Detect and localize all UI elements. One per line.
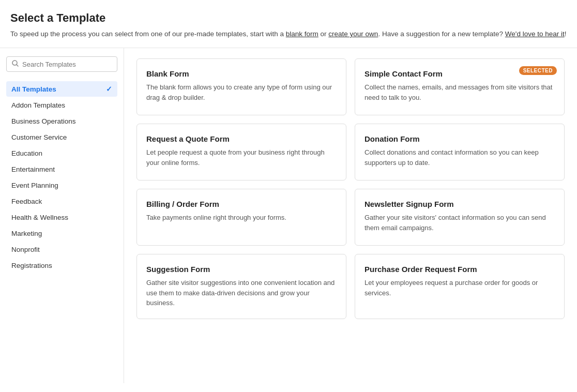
svg-point-0 bbox=[12, 61, 17, 65]
template-card-title: Suggestion Form bbox=[146, 265, 337, 274]
template-card-desc: Let people request a quote from your bus… bbox=[146, 147, 337, 168]
template-card-desc: Take payments online right through your … bbox=[146, 213, 337, 223]
template-card-title: Request a Quote Form bbox=[146, 134, 337, 143]
sidebar-item-label: Marketing bbox=[11, 230, 42, 237]
sidebar-item-label: Customer Service bbox=[11, 133, 67, 141]
sidebar-item-nonprofit[interactable]: Nonprofit bbox=[6, 242, 117, 257]
sidebar-item-business-operations[interactable]: Business Operations bbox=[6, 114, 117, 129]
template-card-billing-order-form[interactable]: Billing / Order FormTake payments online… bbox=[136, 189, 346, 246]
sidebar: All Templates✓Addon TemplatesBusiness Op… bbox=[0, 48, 124, 383]
page-subtitle: To speed up the process you can select f… bbox=[10, 29, 567, 39]
sidebar-item-label: Nonprofit bbox=[11, 246, 40, 253]
sidebar-item-label: Feedback bbox=[11, 198, 42, 205]
main-layout: All Templates✓Addon TemplatesBusiness Op… bbox=[0, 48, 577, 383]
template-card-request-quote-form[interactable]: Request a Quote FormLet people request a… bbox=[136, 124, 346, 180]
sidebar-item-education[interactable]: Education bbox=[6, 146, 117, 161]
sidebar-item-registrations[interactable]: Registrations bbox=[6, 258, 117, 273]
template-card-suggestion-form[interactable]: Suggestion FormGather site visitor sugge… bbox=[136, 254, 346, 319]
sidebar-item-all-templates[interactable]: All Templates✓ bbox=[6, 81, 117, 97]
sidebar-item-label: Registrations bbox=[11, 262, 52, 269]
template-card-desc: Let your employees request a purchase or… bbox=[365, 278, 555, 298]
create-your-own-link[interactable]: create your own bbox=[328, 30, 378, 38]
sidebar-item-event-planning[interactable]: Event Planning bbox=[6, 178, 117, 193]
sidebar-item-entertainment[interactable]: Entertainment bbox=[6, 162, 117, 177]
sidebar-item-label: Addon Templates bbox=[11, 101, 65, 109]
subtitle-text-end: . Have a suggestion for a new template? bbox=[378, 30, 505, 38]
sidebar-item-label: All Templates bbox=[11, 85, 56, 93]
templates-grid: Blank FormThe blank form allows you to c… bbox=[136, 58, 565, 319]
template-card-newsletter-signup-form[interactable]: Newsletter Signup FormGather your site v… bbox=[355, 189, 565, 246]
template-card-donation-form[interactable]: Donation FormCollect donations and conta… bbox=[355, 124, 565, 180]
template-card-title: Billing / Order Form bbox=[146, 200, 337, 208]
template-card-purchase-order-request[interactable]: Purchase Order Request FormLet your empl… bbox=[355, 254, 565, 319]
sidebar-item-label: Business Operations bbox=[11, 117, 76, 125]
sidebar-item-label: Health & Wellness bbox=[11, 214, 68, 221]
svg-line-1 bbox=[17, 65, 18, 66]
selected-badge: SELECTED bbox=[519, 66, 557, 75]
template-card-title: Blank Form bbox=[146, 69, 337, 78]
template-card-desc: Gather site visitor suggestions into one… bbox=[146, 278, 337, 308]
check-icon: ✓ bbox=[106, 85, 112, 93]
page-title: Select a Template bbox=[10, 11, 567, 25]
template-card-blank-form[interactable]: Blank FormThe blank form allows you to c… bbox=[136, 58, 346, 115]
search-icon bbox=[12, 60, 19, 68]
blank-form-link[interactable]: blank form bbox=[286, 30, 318, 38]
sidebar-item-addon-templates[interactable]: Addon Templates bbox=[6, 98, 117, 113]
sidebar-item-label: Event Planning bbox=[11, 182, 58, 189]
template-card-desc: Gather your site visitors' contact infor… bbox=[365, 213, 555, 233]
search-input[interactable] bbox=[22, 61, 112, 68]
search-box[interactable] bbox=[6, 56, 117, 72]
template-card-desc: Collect the names, emails, and messages … bbox=[365, 82, 555, 102]
subtitle-text-mid: or bbox=[318, 30, 329, 38]
content-area: Blank FormThe blank form allows you to c… bbox=[124, 48, 577, 383]
sidebar-item-feedback[interactable]: Feedback bbox=[6, 194, 117, 209]
subtitle-final: ! bbox=[565, 30, 567, 38]
template-card-title: Purchase Order Request Form bbox=[365, 265, 555, 274]
page-header: Select a Template To speed up the proces… bbox=[0, 0, 577, 48]
template-card-simple-contact-form[interactable]: SELECTEDSimple Contact FormCollect the n… bbox=[355, 58, 565, 115]
sidebar-item-label: Education bbox=[11, 149, 42, 157]
template-card-title: Newsletter Signup Form bbox=[365, 200, 555, 208]
sidebar-item-health--wellness[interactable]: Health & Wellness bbox=[6, 210, 117, 225]
nav-list: All Templates✓Addon TemplatesBusiness Op… bbox=[6, 81, 117, 273]
subtitle-text-start: To speed up the process you can select f… bbox=[10, 30, 286, 38]
sidebar-item-customer-service[interactable]: Customer Service bbox=[6, 130, 117, 145]
template-card-desc: The blank form allows you to create any … bbox=[146, 82, 337, 102]
template-card-desc: Collect donations and contact informatio… bbox=[365, 147, 555, 168]
sidebar-item-label: Entertainment bbox=[11, 165, 55, 173]
template-card-title: Donation Form bbox=[365, 134, 555, 143]
sidebar-item-marketing[interactable]: Marketing bbox=[6, 226, 117, 241]
suggest-template-link[interactable]: We'd love to hear it bbox=[505, 30, 565, 38]
